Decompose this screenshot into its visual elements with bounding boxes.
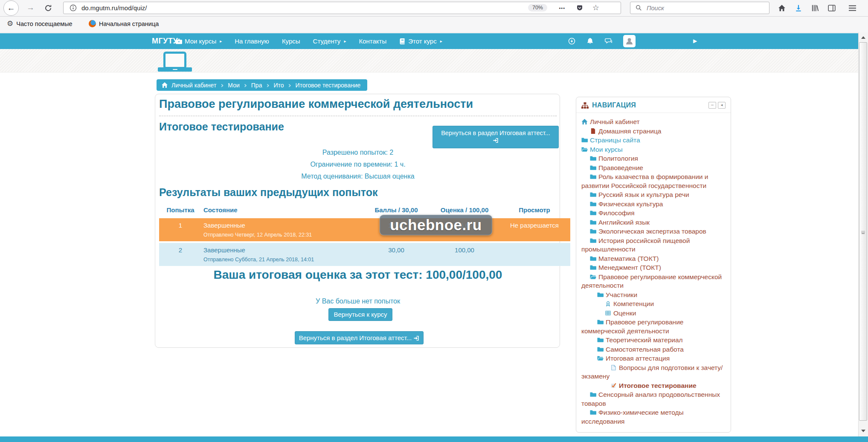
nav-tree-item[interactable]: Математика (ТОКТ)	[581, 254, 726, 263]
laptop-icon[interactable]	[163, 52, 186, 69]
dock-block-icon[interactable]: ◂	[718, 102, 726, 109]
cell-review: Не разрешается	[499, 218, 570, 241]
nav-tree-label: Личный кабинет	[590, 118, 640, 125]
updates-icon[interactable]	[568, 38, 575, 45]
pocket-icon[interactable]	[576, 5, 583, 12]
nav-tree-label: Вопросы для подготовки к зачету/экзамену	[581, 364, 723, 380]
url-bar[interactable]: do.mgutm.ru/mod/quiz/ 70% ••• ☆	[63, 2, 621, 14]
nav-tree-item[interactable]: Экологическая экспертиза товаров	[581, 227, 726, 236]
nav-tree-item[interactable]: Политология	[581, 154, 726, 163]
breadcrumb-item[interactable]: Мои	[228, 82, 239, 89]
nav-tree-item[interactable]: Физическая культура	[581, 200, 726, 209]
library-icon[interactable]	[811, 4, 819, 12]
no-more-attempts-text: У Вас больше нет попыток	[155, 298, 560, 305]
nav-item-на-главную[interactable]: На главную	[235, 38, 269, 45]
nav-tree-label: Теоретический материал	[606, 336, 683, 344]
bookmark-start-page[interactable]: Начальная страница	[89, 20, 159, 27]
forward-button[interactable]: →	[26, 3, 35, 12]
back-to-section-button-top[interactable]: Вернуться в раздел Итоговая аттест...	[433, 126, 559, 148]
chevron-right-icon: ▸	[344, 39, 346, 43]
vertical-scrollbar[interactable]	[858, 32, 868, 436]
avatar[interactable]	[623, 35, 636, 47]
nav-tree-item[interactable]: Личный кабинет	[581, 118, 726, 127]
breadcrumb-item[interactable]: Личный кабинет	[171, 82, 216, 89]
submitted-date: Отправлено Четверг, 12 Апрель 2018, 22:3…	[203, 232, 360, 238]
nav-tree-item[interactable]: Правоведение	[581, 164, 726, 173]
navbar-expand-caret-icon[interactable]: ▶	[693, 38, 697, 44]
nav-item-label: Контакты	[359, 38, 386, 45]
final-grade: Ваша итоговая оценка за этот тест: 100,0…	[155, 268, 560, 282]
home-button[interactable]	[778, 4, 786, 12]
nav-item-студенту[interactable]: Студенту▸	[313, 38, 346, 45]
zoom-indicator[interactable]: 70%	[528, 4, 547, 12]
menu-icon[interactable]	[849, 8, 856, 9]
bookmarks-bar: ⚙ Часто посещаемые Начальная страница	[0, 17, 868, 33]
scroll-up-arrow[interactable]	[859, 33, 868, 41]
folder-icon	[597, 337, 604, 343]
nav-item-мои-курсы[interactable]: Мои курсы▸	[176, 38, 222, 45]
nav-tree-label: Английский язык	[598, 219, 650, 226]
nav-item-label: На главную	[235, 38, 269, 45]
breadcrumb-item: Итоговое тестирование	[296, 82, 361, 89]
nav-tree-item[interactable]: История российской пищевой промышленност…	[581, 237, 726, 254]
nav-tree-item[interactable]: Роль казачества в формировании и развити…	[581, 173, 726, 190]
reload-button[interactable]	[44, 4, 52, 12]
scroll-down-arrow[interactable]	[859, 427, 868, 435]
nav-tree-item[interactable]: Итоговая аттестация	[581, 354, 726, 363]
nav-tree-item[interactable]: Правовое регулирование коммерческой деят…	[581, 318, 726, 335]
brand-logo[interactable]: МГУТУ	[152, 37, 178, 46]
nav-tree-item[interactable]: Менеджмент (ТОКТ)	[581, 263, 726, 272]
nav-tree-item[interactable]: Домашняя страница	[581, 127, 726, 136]
breadcrumb-item[interactable]: Ито	[273, 82, 284, 89]
nav-tree-item[interactable]: Физико-химические методы исследования	[581, 408, 726, 426]
nav-tree-item[interactable]: Теоретический материал	[581, 336, 726, 345]
nav-tree-item[interactable]: Мои курсы	[581, 145, 726, 154]
quiz-title: Итоговое тестирование	[159, 121, 284, 133]
folder-icon	[590, 265, 596, 270]
scrollbar-thumb[interactable]	[859, 42, 867, 421]
nav-tree-label: Физическая культура	[598, 200, 663, 208]
navigation-title: НАВИГАЦИЯ	[592, 101, 636, 109]
messages-icon[interactable]	[605, 38, 612, 45]
nav-tree-item[interactable]: Английский язык	[581, 218, 726, 227]
bookmark-frequently-visited[interactable]: ⚙ Часто посещаемые	[7, 20, 73, 27]
nav-tree-item[interactable]: Самостоятельная работа	[581, 345, 726, 354]
sign-in-arrow-icon	[413, 332, 419, 338]
bookmark-star-icon[interactable]: ☆	[592, 3, 599, 12]
cell-review	[499, 243, 570, 266]
sidebar-toggle-icon[interactable]	[828, 4, 836, 12]
nav-item-контакты[interactable]: Контакты	[359, 38, 386, 45]
url-text[interactable]: do.mgutm.ru/mod/quiz/	[81, 4, 147, 12]
folder-icon	[590, 392, 596, 397]
nav-tree-item[interactable]: Русский язык и культура речи	[581, 191, 726, 199]
nav-tree-label: Математика (ТОКТ)	[598, 255, 659, 262]
notifications-icon[interactable]	[586, 38, 594, 45]
results-heading: Результаты ваших предыдущих попыток	[159, 186, 377, 199]
nav-tree-item[interactable]: Участники	[581, 291, 726, 300]
nav-tree-item[interactable]: Страницы сайта	[581, 136, 726, 145]
nav-tree-item[interactable]: Философия	[581, 209, 726, 218]
nav-tree-item[interactable]: Сенсорный анализ продовольственных товар…	[581, 390, 726, 408]
page-actions-icon[interactable]: •••	[559, 6, 565, 11]
breadcrumb-item[interactable]: Пра	[251, 82, 262, 89]
download-icon[interactable]	[795, 4, 802, 12]
site-info-icon[interactable]	[70, 4, 77, 12]
nav-tree-item[interactable]: Вопросы для подготовки к зачету/экзамену	[581, 364, 726, 381]
nav-tree-item[interactable]: Правовое регулирование коммерческой деят…	[581, 273, 726, 290]
nav-item-курсы[interactable]: Курсы	[282, 38, 300, 45]
search-bar[interactable]: Поиск	[630, 2, 769, 14]
nav-tree-item[interactable]: Итоговое тестирование	[581, 381, 726, 390]
collapse-block-icon[interactable]: −	[708, 102, 716, 109]
back-to-section-button-bottom[interactable]: Вернуться в раздел Итоговая аттест...	[295, 331, 424, 344]
nav-tree-label: Правовое регулирование коммерческой деят…	[581, 318, 683, 335]
nav-tree-item[interactable]: Оценки	[581, 309, 726, 318]
nav-item-этот-курс[interactable]: Этот курс▸	[399, 38, 442, 45]
nav-tree-label: Самостоятельная работа	[606, 346, 684, 353]
nav-tree-label: Оценки	[613, 309, 636, 317]
back-button[interactable]: ←	[3, 0, 19, 16]
nav-tree-item[interactable]: Компетенции	[581, 300, 726, 309]
award-icon	[605, 301, 611, 306]
page-title: Правовое регулирование коммерческой деят…	[159, 98, 557, 111]
back-to-course-button[interactable]: Вернуться к курсу	[328, 308, 392, 321]
folder-icon	[590, 410, 596, 415]
